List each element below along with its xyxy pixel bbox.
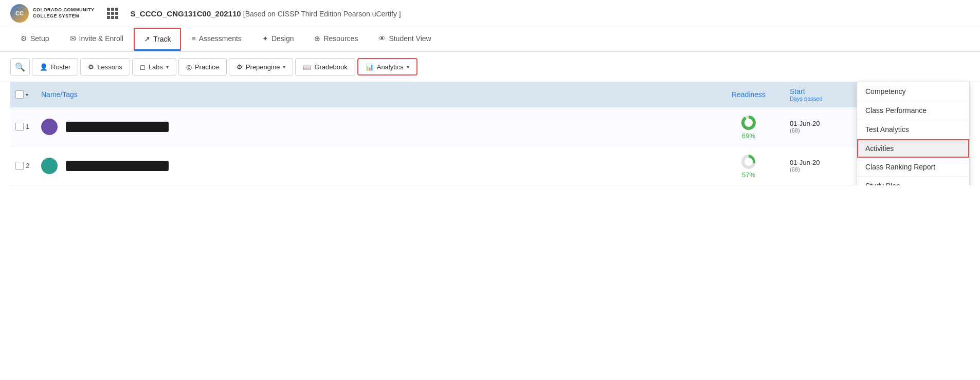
row1-check-col: 1 — [10, 123, 41, 131]
tab-student-view[interactable]: 👁 Student View — [368, 27, 441, 51]
labs-button[interactable]: ◻ Labs ▾ — [132, 58, 176, 75]
top-header: CC Colorado Community College System S_C… — [0, 0, 980, 27]
row2-name-col — [41, 158, 707, 174]
select-all-checkbox[interactable] — [15, 90, 24, 99]
row2-readiness: 57% — [707, 153, 790, 179]
row1-checkbox[interactable] — [15, 123, 24, 131]
row2-checkbox[interactable] — [15, 162, 24, 170]
analytics-dropdown-arrow: ▾ — [407, 64, 409, 70]
resources-icon: ⊕ — [314, 34, 320, 43]
analytics-icon: 📊 — [366, 63, 374, 71]
prepengine-dropdown-arrow: ▾ — [283, 64, 285, 70]
track-icon: ↗ — [144, 35, 150, 43]
prepengine-icon: ⚙ — [237, 63, 243, 71]
row2-pie-chart — [739, 153, 758, 171]
practice-icon: ◎ — [186, 63, 192, 71]
row1-name-redacted — [66, 122, 169, 132]
row1-readiness: 69% — [707, 113, 790, 140]
tab-assessments[interactable]: ≡ Assessments — [181, 27, 251, 51]
analytics-button[interactable]: 📊 Analytics ▾ — [357, 58, 418, 75]
row1-pie-chart — [739, 113, 758, 132]
lessons-icon: ⚙ — [88, 63, 94, 71]
header-checkbox-col: ▾ — [10, 90, 41, 99]
practice-button[interactable]: ◎ Practice — [178, 58, 227, 75]
row2-avatar — [41, 158, 58, 174]
tab-track[interactable]: ↗ Track — [134, 28, 181, 51]
sort-arrow[interactable]: ▾ — [26, 92, 28, 98]
student-table: ▾ Name/Tags Readiness Start Days passed … — [0, 82, 980, 185]
setup-icon: ⚙ — [21, 34, 27, 43]
row2-name-redacted — [66, 161, 169, 171]
prepengine-button[interactable]: ⚙ Prepengine ▾ — [229, 58, 294, 75]
dropdown-item-activities[interactable]: Activities — [857, 139, 969, 158]
dropdown-item-class-performance[interactable]: Class Performance — [857, 101, 969, 120]
course-title: S_CCCO_CNG131C00_202110 [Based on CISSP … — [131, 9, 401, 18]
gradebook-button[interactable]: 📖 Gradebook — [295, 58, 355, 75]
main-nav: ⚙ Setup ✉ Invite & Enroll ↗ Track ≡ Asse… — [0, 27, 980, 52]
labs-dropdown-arrow: ▾ — [166, 64, 169, 70]
roster-icon: 👤 — [40, 63, 48, 71]
table-header: ▾ Name/Tags Readiness Start Days passed … — [10, 82, 970, 107]
table-row: 2 57% 01-Jun-20 (68) 8-Se — [10, 146, 970, 185]
row1-avatar — [41, 119, 58, 135]
logo-text: Colorado Community College System — [33, 7, 95, 19]
tab-resources[interactable]: ⊕ Resources — [304, 27, 368, 51]
analytics-dropdown: Competency Class Performance Test Analyt… — [857, 82, 970, 185]
sub-nav: 🔍 👤 Roster ⚙ Lessons ◻ Labs ▾ ◎ Practice… — [0, 52, 980, 82]
tab-setup[interactable]: ⚙ Setup — [10, 27, 60, 51]
tab-design[interactable]: ✦ Design — [252, 27, 304, 51]
tab-invite[interactable]: ✉ Invite & Enroll — [60, 27, 134, 51]
assessments-icon: ≡ — [191, 34, 195, 43]
logo-area: CC Colorado Community College System — [10, 4, 95, 23]
invite-icon: ✉ — [70, 34, 76, 43]
student-view-icon: 👁 — [378, 34, 386, 43]
logo-icon: CC — [10, 4, 29, 23]
search-button[interactable]: 🔍 — [10, 58, 30, 75]
row2-readiness-pct: 57% — [742, 171, 755, 179]
header-readiness: Readiness — [707, 90, 790, 99]
header-name: Name/Tags — [41, 90, 707, 99]
labs-icon: ◻ — [140, 63, 146, 71]
dropdown-item-study-plan[interactable]: Study Plan — [857, 177, 969, 185]
grid-menu-icon[interactable] — [107, 8, 118, 19]
svg-point-1 — [745, 119, 753, 127]
dropdown-item-competency[interactable]: Competency — [857, 82, 969, 101]
dropdown-item-test-analytics[interactable]: Test Analytics — [857, 120, 969, 139]
lessons-button[interactable]: ⚙ Lessons — [80, 58, 130, 75]
table-row: 1 69% 01-Jun-20 (68) 8-Se — [10, 107, 970, 146]
dropdown-item-class-ranking[interactable]: Class Ranking Report — [857, 158, 969, 177]
gradebook-icon: 📖 — [303, 63, 311, 71]
svg-point-3 — [745, 158, 753, 166]
row1-readiness-pct: 69% — [742, 132, 755, 140]
roster-button[interactable]: 👤 Roster — [32, 58, 78, 75]
design-icon: ✦ — [262, 34, 268, 43]
row2-check-col: 2 — [10, 162, 41, 170]
row1-name-col — [41, 119, 707, 135]
